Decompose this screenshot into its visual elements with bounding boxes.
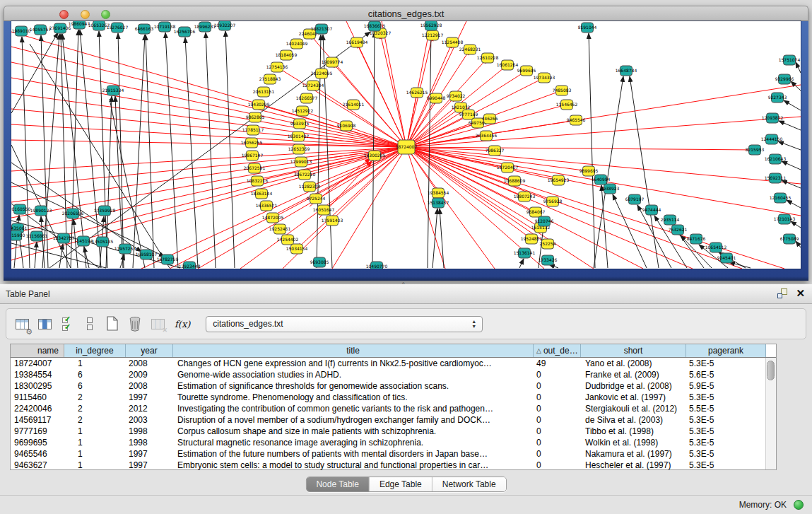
graph-edge[interactable]	[49, 32, 370, 268]
graph-node[interactable]: 15034154	[286, 244, 308, 254]
graph-node[interactable]: 16619484	[346, 37, 368, 47]
table-cell[interactable]: 49	[534, 358, 581, 369]
splitter-handle-icon[interactable]: ⌃	[401, 281, 406, 288]
graph-node[interactable]: 19562928	[420, 21, 442, 30]
table-row[interactable]: 946554611997Estimation of the future num…	[11, 448, 776, 460]
graph-node[interactable]: 18184059	[276, 50, 298, 60]
table-cell[interactable]: 5.3E-5	[686, 426, 766, 437]
table-cell[interactable]: 5.6E-5	[686, 369, 766, 380]
table-cell[interactable]: 0	[534, 437, 581, 448]
show-columns-icon[interactable]	[36, 315, 53, 332]
graph-node[interactable]: 12652369	[288, 144, 310, 154]
graph-node[interactable]: 1640954	[592, 175, 611, 185]
table-cell[interactable]: 2009	[126, 369, 173, 380]
graph-edge[interactable]	[11, 147, 406, 249]
table-cell[interactable]: 5.3E-5	[686, 460, 766, 471]
graph-node[interactable]: 11254408	[442, 37, 464, 47]
graph-node[interactable]: 17254402	[277, 235, 299, 245]
graph-node[interactable]: 9106908	[337, 121, 356, 131]
graph-node[interactable]: 9725244	[307, 194, 326, 204]
graph-edge[interactable]	[406, 147, 541, 228]
table-cell[interactable]: 5.9E-5	[686, 380, 766, 392]
table-cell[interactable]: 1997	[126, 392, 173, 403]
graph-node[interactable]: 9329966	[775, 74, 794, 84]
table-cell[interactable]: 0	[534, 414, 581, 426]
graph-edge[interactable]	[433, 209, 437, 268]
table-row[interactable]: 911546021997Tourette syndrome. Phenomeno…	[11, 392, 776, 403]
graph-edge[interactable]	[185, 37, 198, 268]
table-cell[interactable]: 2	[64, 414, 126, 426]
table-cell[interactable]: 9777169	[11, 426, 64, 437]
tab-node-table[interactable]: Node Table	[306, 477, 369, 491]
table-cell[interactable]: 18724007	[11, 358, 64, 369]
table-row[interactable]: 977716911998Corpus callosum shape and si…	[11, 426, 776, 437]
table-cell[interactable]: 6	[64, 369, 126, 380]
table-cell[interactable]: Stergiakouli et al. (2012)	[581, 403, 686, 414]
graph-node[interactable]: 18363144	[251, 189, 273, 199]
table-cell[interactable]: Nakamura et al. (1997)	[581, 448, 686, 460]
table-cell[interactable]: 5.3E-5	[686, 358, 766, 369]
table-cell[interactable]: 1	[64, 426, 126, 437]
table-row[interactable]: 2242004622012Investigating the contribut…	[11, 403, 776, 414]
graph-edge[interactable]	[630, 76, 659, 268]
graph-edge[interactable]	[35, 242, 37, 268]
graph-node[interactable]: 12212917	[422, 30, 444, 40]
graph-node[interactable]: 16782759	[157, 255, 179, 264]
graph-node[interactable]: 6466163	[135, 24, 154, 34]
table-cell[interactable]: 1	[64, 358, 126, 369]
graph-edge[interactable]	[133, 35, 145, 268]
table-cell[interactable]: 6	[64, 380, 126, 392]
table-cell[interactable]: Estimation of the future numbers of pati…	[173, 448, 534, 460]
graph-node[interactable]: 13505135	[92, 237, 114, 247]
table-cell[interactable]: Estimation of significance thresholds fo…	[173, 380, 534, 392]
table-cell[interactable]: 5.5E-5	[686, 403, 766, 414]
graph-node[interactable]: 9693085	[310, 257, 329, 267]
graph-node[interactable]: 16210643	[765, 154, 787, 164]
table-cell[interactable]: 2008	[126, 358, 173, 369]
graph-node[interactable]: 16648784	[616, 66, 637, 76]
graph-edge[interactable]	[99, 31, 107, 268]
table-cell[interactable]: Hescheler et al. (1997)	[581, 460, 686, 471]
table-cell[interactable]: Franke et al. (2009)	[581, 369, 686, 380]
graph-node[interactable]: 15751074	[779, 55, 801, 65]
graph-edge[interactable]	[14, 215, 19, 268]
graph-node[interactable]: 20364456	[476, 131, 498, 141]
table-row[interactable]: 969969511998Structural magnetic resonanc…	[11, 437, 776, 448]
table-cell[interactable]: 14569117	[11, 414, 64, 426]
table-cell[interactable]: 2008	[126, 380, 173, 392]
network-canvas[interactable]: 14626215 9990448 9734022 1421072 9777169…	[11, 21, 801, 269]
graph-node[interactable]: 19867147	[242, 151, 264, 160]
table-cell[interactable]: 9465546	[11, 448, 64, 460]
graph-edge[interactable]	[406, 147, 784, 269]
graph-node[interactable]: 17210143	[774, 214, 796, 224]
table-cell[interactable]: 2003	[126, 414, 173, 426]
graph-node[interactable]: 14024049	[286, 39, 308, 49]
column-header-year[interactable]: year	[126, 344, 173, 357]
graph-edge[interactable]	[310, 147, 406, 187]
table-cell[interactable]: 5.3E-5	[686, 392, 766, 403]
row-details-icon[interactable]	[81, 315, 98, 332]
graph-edge[interactable]	[61, 34, 67, 268]
graph-edge[interactable]	[613, 194, 647, 268]
table-cell[interactable]: Embryonic stem cells: a model to study s…	[173, 460, 534, 471]
graph-node[interactable]: 17785117	[242, 125, 264, 135]
graph-edge[interactable]	[11, 147, 406, 218]
table-cell[interactable]: 1998	[126, 426, 173, 437]
graph-edge[interactable]	[110, 99, 145, 268]
table-cell[interactable]: 0	[534, 392, 581, 403]
graph-node[interactable]: 20613151	[253, 87, 275, 97]
graph-edge[interactable]	[779, 121, 801, 130]
graph-node[interactable]: 9862865	[246, 112, 265, 122]
graph-node[interactable]: 12610228	[477, 53, 499, 63]
column-header-pagerank[interactable]: pagerank	[686, 344, 766, 357]
graph-node[interactable]: 15138457	[428, 198, 449, 208]
graph-node[interactable]: 1733426	[539, 255, 558, 265]
table-row[interactable]: 1938455462009Genome-wide association stu…	[11, 369, 776, 380]
graph-node[interactable]: 8938923	[601, 184, 620, 194]
table-cell[interactable]: Structural magnetic resonance image aver…	[173, 437, 534, 448]
column-header-name[interactable]: name	[11, 344, 64, 357]
graph-edge[interactable]	[406, 147, 742, 269]
table-cell[interactable]: Wolkin et al. (1998)	[581, 437, 686, 448]
table-cell[interactable]: 19384554	[11, 369, 64, 380]
graph-node[interactable]: 14626215	[406, 88, 428, 98]
